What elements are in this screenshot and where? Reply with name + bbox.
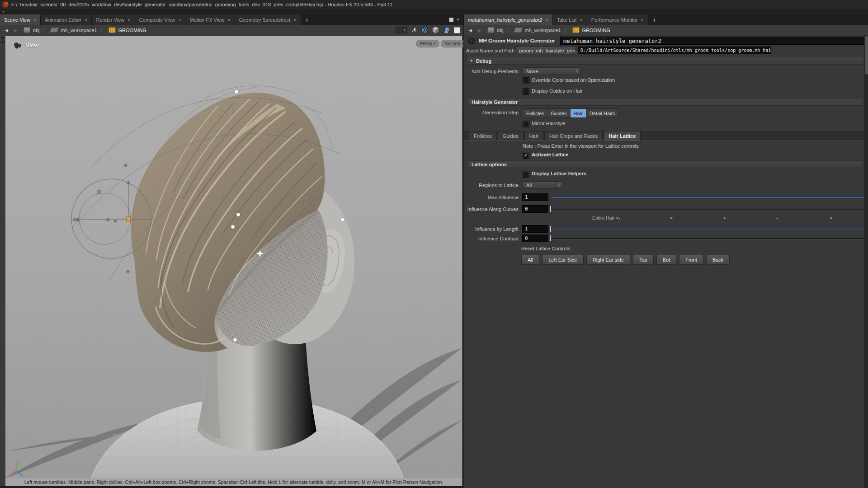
reset-top-button[interactable]: Top <box>633 255 654 265</box>
influence-by-length-field[interactable]: 1 <box>522 225 548 233</box>
tab-scene-view[interactable]: Scene View × <box>0 14 41 25</box>
select-target-icon[interactable] <box>421 26 429 34</box>
reset-buttons-row: All Left Ear Side Right Ear side Top Bot… <box>521 255 730 265</box>
max-influence-slider[interactable] <box>552 197 864 198</box>
close-icon[interactable]: × <box>85 17 87 23</box>
manipulator-active-handle <box>127 217 131 221</box>
ladder-step-1[interactable]: < <box>670 215 673 221</box>
close-icon[interactable]: × <box>178 17 181 23</box>
nav-forward-icon[interactable]: ► <box>13 28 18 33</box>
tab-composite-view[interactable]: Composite View × <box>135 14 186 25</box>
max-influence-field[interactable]: 1 <box>522 193 548 201</box>
tab-geometry-spreadsheet[interactable]: Geometry Spreadsheet × <box>235 14 301 25</box>
influence-contrast-field[interactable]: 0 <box>522 235 548 242</box>
asset-path-field[interactable]: D:/Build/ArtSource/Shared/houdini/otls/m… <box>578 47 771 54</box>
nav-forward-icon[interactable]: ► <box>477 28 482 33</box>
nav-back-icon[interactable]: ◄ <box>4 28 9 33</box>
tab-hair-lattice[interactable]: Hair Lattice <box>604 131 641 141</box>
mirror-hairstyle-checkbox[interactable] <box>523 121 529 127</box>
tab-render-view[interactable]: Render View × <box>92 14 135 25</box>
influence-along-curves-field[interactable]: 0 <box>522 205 548 213</box>
influence-along-curves-slider[interactable] <box>552 209 864 210</box>
tab-performance-monitor[interactable]: Performance Monitor × <box>587 14 648 25</box>
pane-maximize-icon[interactable] <box>449 18 453 22</box>
influence-contrast-slider-handle[interactable] <box>550 235 551 241</box>
add-debug-elements-label: Add Debug Elements <box>464 67 519 75</box>
splitter-arrow-icon[interactable] <box>1 37 5 39</box>
breadcrumb-workspace[interactable]: mh_workspace1 <box>61 28 97 33</box>
ladder-entire-hair[interactable]: Entire Hair <- <box>592 215 620 221</box>
influence-contrast-slider[interactable] <box>552 238 864 239</box>
influence-along-curves-slider-handle[interactable] <box>550 206 551 212</box>
tab-metahuman-hairstyle-generator2[interactable]: metahuman_hairstyle_generator2 × <box>464 14 553 25</box>
close-icon[interactable]: × <box>33 17 36 23</box>
spinner-icon[interactable]: ▲ ▼ <box>556 182 562 188</box>
close-icon[interactable]: × <box>227 17 230 23</box>
reset-bot-button[interactable]: Bot <box>656 255 677 265</box>
tab-motion-fx-view[interactable]: Motion FX View × <box>185 14 235 25</box>
influence-by-length-slider-handle[interactable] <box>550 226 551 232</box>
reset-back-button[interactable]: Back <box>706 255 730 265</box>
step-detail-hairs[interactable]: Detail Hairs <box>586 109 618 117</box>
spinner-icon[interactable]: ▲ ▼ <box>574 68 580 75</box>
close-icon[interactable]: × <box>641 17 644 23</box>
expand-menu-icon[interactable]: ▼ <box>2 10 5 13</box>
tab-animation-editor[interactable]: Animation Editor × <box>41 14 92 25</box>
snap-dropdown[interactable]: ▾ <box>396 27 407 33</box>
breadcrumb-network[interactable]: GROOMING <box>118 28 146 33</box>
pane-menu-icon[interactable]: ▼ <box>456 18 460 22</box>
tab-guides[interactable]: Guides <box>498 131 524 141</box>
override-color-checkbox[interactable] <box>523 77 529 84</box>
tab-hair-crops-and-fades[interactable]: Hair Crops and Fades <box>544 131 603 141</box>
node-name-field[interactable]: metahuman_hairstyle_generator2 <box>560 37 865 45</box>
display-guides-checkbox[interactable] <box>523 88 529 95</box>
reset-front-button[interactable]: Front <box>679 255 703 265</box>
step-follicles[interactable]: Follicles <box>523 109 548 117</box>
hairstyle-generator-section-header[interactable]: Hairstyle Generator <box>467 98 863 106</box>
shading-mode-icon[interactable] <box>443 26 450 34</box>
perspective-selector[interactable]: Persp ▾ <box>416 40 439 47</box>
breadcrumb-obj[interactable]: obj <box>33 28 40 33</box>
new-tab-button[interactable]: + <box>301 14 313 25</box>
tab-hair[interactable]: Hair <box>524 131 543 141</box>
reset-right-ear-side-button[interactable]: Right Ear side <box>586 255 630 265</box>
reset-all-button[interactable]: All <box>521 255 539 265</box>
breadcrumb-network[interactable]: GROOMING <box>582 28 610 33</box>
activate-lattice-label: Activate Lattice <box>532 152 568 157</box>
step-guides[interactable]: Guides <box>548 109 571 117</box>
ladder-step-2[interactable]: < <box>723 215 726 221</box>
splitter-arrow-icon[interactable] <box>1 42 5 44</box>
parameters-scrollbar[interactable] <box>864 35 868 488</box>
regions-to-lattice-dropdown[interactable]: All ▲ ▼ <box>523 181 562 189</box>
max-influence-label: Max Influence <box>464 193 519 202</box>
collapse-icon[interactable]: ▼ <box>470 59 473 63</box>
scrollbar-thumb[interactable] <box>865 36 868 74</box>
display-lattice-helpers-checkbox[interactable] <box>523 171 529 178</box>
new-tab-button[interactable]: + <box>648 14 660 25</box>
tab-follicles[interactable]: Follicles <box>469 131 497 141</box>
activate-lattice-checkbox[interactable]: ✓ <box>523 152 529 159</box>
display-options-icon[interactable] <box>453 27 461 34</box>
mirror-hairstyle-label: Mirror Hairstyle <box>532 121 566 126</box>
viewport-canvas[interactable]: y x z View Persp ▾ No cam <box>5 36 462 478</box>
breadcrumb-obj[interactable]: obj <box>497 28 504 33</box>
close-icon[interactable]: × <box>580 17 582 23</box>
add-debug-elements-dropdown[interactable]: None ▲ ▼ <box>523 67 580 75</box>
influence-by-length-slider[interactable] <box>552 229 864 230</box>
geometry-cube-icon[interactable] <box>432 26 439 34</box>
nav-back-icon[interactable]: ◄ <box>468 28 473 33</box>
reset-left-ear-side-button[interactable]: Left Ear Side <box>542 255 584 265</box>
tab-take-list[interactable]: Take List × <box>553 14 587 25</box>
asset-name-dropdown[interactable]: groom::mh_hairstyle_gen... ▲ ▼ <box>515 47 575 54</box>
breadcrumb-workspace[interactable]: mh_workspace1 <box>524 28 561 33</box>
close-icon[interactable]: × <box>127 17 130 23</box>
lattice-options-section-header[interactable]: Lattice options <box>467 160 863 168</box>
close-icon[interactable]: × <box>546 17 548 23</box>
pin-icon[interactable] <box>410 27 418 34</box>
debug-section-header[interactable]: ▼ Debug <box>467 57 863 65</box>
ladder-step-4[interactable]: > <box>830 215 832 221</box>
ladder-step-3[interactable]: - <box>776 215 778 221</box>
pane-controls[interactable]: ▼ <box>446 14 463 25</box>
step-hair[interactable]: Hair <box>571 109 586 117</box>
close-icon[interactable]: × <box>293 17 296 23</box>
